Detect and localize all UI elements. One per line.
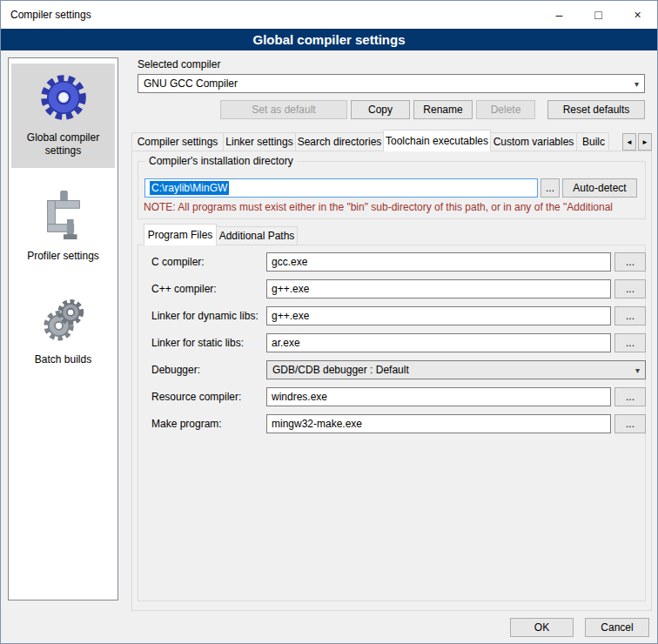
maximize-icon: □ bbox=[594, 8, 601, 22]
tab-search-directories[interactable]: Search directories bbox=[295, 132, 384, 151]
ok-button[interactable]: OK bbox=[510, 618, 574, 637]
cancel-button[interactable]: Cancel bbox=[585, 618, 649, 637]
subtab-additional-paths[interactable]: Additional Paths bbox=[216, 226, 298, 245]
tab-scroll-right-button[interactable]: ► bbox=[638, 133, 652, 151]
linker-dynamic-input[interactable] bbox=[266, 306, 611, 325]
minimize-icon: – bbox=[556, 8, 563, 22]
browse-cpp-compiler-button[interactable]: ... bbox=[614, 279, 646, 299]
set-as-default-button[interactable]: Set as default bbox=[220, 100, 347, 119]
chevron-down-icon: ▾ bbox=[635, 366, 640, 375]
close-icon: × bbox=[634, 8, 641, 22]
tab-toolchain-executables[interactable]: Toolchain executables bbox=[383, 130, 491, 151]
linker-static-label: Linker for static libs: bbox=[151, 337, 244, 349]
make-program-input[interactable] bbox=[266, 414, 611, 433]
tab-custom-variables[interactable]: Custom variables bbox=[490, 132, 577, 151]
reset-defaults-button[interactable]: Reset defaults bbox=[547, 100, 645, 119]
browse-install-dir-button[interactable]: ... bbox=[540, 178, 560, 198]
window-title: Compiler settings bbox=[10, 9, 91, 21]
rename-button[interactable]: Rename bbox=[413, 100, 473, 119]
tab-scroll-buttons: ◄ ► bbox=[622, 133, 652, 151]
selected-compiler-value: GNU GCC Compiler bbox=[144, 77, 238, 90]
selected-compiler-label: Selected compiler bbox=[138, 58, 220, 70]
installation-directory-group-label: Compiler's installation directory bbox=[145, 155, 297, 167]
browse-linker-dynamic-button[interactable]: ... bbox=[614, 306, 646, 325]
browse-resource-compiler-button[interactable]: ... bbox=[614, 387, 646, 406]
delete-button[interactable]: Delete bbox=[476, 100, 535, 119]
maximize-button[interactable]: □ bbox=[579, 1, 618, 29]
sidebar-item-label: Batch builds bbox=[35, 353, 91, 366]
installation-dir-input[interactable]: C:\raylib\MinGW bbox=[144, 178, 538, 198]
cpp-compiler-input[interactable] bbox=[266, 279, 611, 299]
installation-dir-value: C:\raylib\MinGW bbox=[150, 181, 229, 195]
resource-compiler-input[interactable] bbox=[266, 387, 611, 406]
sidebar-item-global-compiler-settings[interactable]: Global compiler settings bbox=[11, 64, 115, 168]
tab-linker-settings[interactable]: Linker settings bbox=[223, 132, 296, 151]
compiler-settings-dialog: Compiler settings – □ × Global compiler … bbox=[0, 0, 658, 644]
page-title: Global compiler settings bbox=[1, 29, 657, 50]
sidebar-item-label: Global compiler settings bbox=[13, 131, 113, 158]
sidebar-item-batch-builds[interactable]: Batch builds bbox=[11, 285, 115, 377]
debugger-value: GDB/CDB debugger : Default bbox=[272, 364, 409, 376]
browse-make-program-button[interactable]: ... bbox=[614, 414, 646, 433]
auto-detect-button[interactable]: Auto-detect bbox=[562, 178, 637, 198]
compiler-settings-tabs: Compiler settings Linker settings Search… bbox=[131, 130, 652, 151]
sidebar-item-label: Profiler settings bbox=[27, 250, 99, 263]
settings-category-list: Global compiler settings Profiler settin… bbox=[8, 57, 118, 600]
window-controls: – □ × bbox=[540, 1, 657, 29]
profiler-tool-icon bbox=[40, 189, 87, 241]
minimize-button[interactable]: – bbox=[540, 1, 579, 29]
debugger-dropdown[interactable]: GDB/CDB debugger : Default ▾ bbox=[266, 360, 646, 379]
linker-static-input[interactable] bbox=[266, 333, 611, 352]
c-compiler-label: C compiler: bbox=[151, 256, 205, 268]
resource-compiler-label: Resource compiler: bbox=[151, 391, 241, 403]
debugger-label: Debugger: bbox=[151, 364, 200, 376]
tab-build-options[interactable]: Builc bbox=[576, 132, 609, 151]
selected-compiler-dropdown[interactable]: GNU GCC Compiler ▾ bbox=[138, 74, 645, 93]
c-compiler-input[interactable] bbox=[266, 252, 611, 272]
titlebar[interactable]: Compiler settings – □ × bbox=[1, 1, 657, 29]
chevron-down-icon: ▾ bbox=[634, 79, 639, 89]
cpp-compiler-label: C++ compiler: bbox=[151, 283, 217, 295]
installation-note: NOTE: All programs must exist either in … bbox=[144, 201, 645, 213]
tab-scroll-left-button[interactable]: ◄ bbox=[622, 133, 636, 151]
scroll-left-icon: ◄ bbox=[626, 138, 633, 146]
make-program-label: Make program: bbox=[151, 418, 222, 430]
sidebar-item-profiler-settings[interactable]: Profiler settings bbox=[11, 180, 115, 273]
close-button[interactable]: × bbox=[618, 1, 657, 29]
copy-button[interactable]: Copy bbox=[351, 100, 410, 119]
browse-c-compiler-button[interactable]: ... bbox=[614, 252, 646, 272]
browse-linker-static-button[interactable]: ... bbox=[614, 333, 646, 352]
subtab-program-files[interactable]: Program Files bbox=[144, 224, 217, 245]
tab-compiler-settings[interactable]: Compiler settings bbox=[131, 132, 224, 151]
program-files-tabs: Program Files Additional Paths bbox=[144, 224, 298, 245]
gears-gray-icon bbox=[38, 294, 89, 345]
scroll-right-icon: ► bbox=[641, 138, 648, 146]
gear-blue-icon bbox=[38, 72, 89, 123]
linker-dynamic-label: Linker for dynamic libs: bbox=[151, 310, 258, 322]
